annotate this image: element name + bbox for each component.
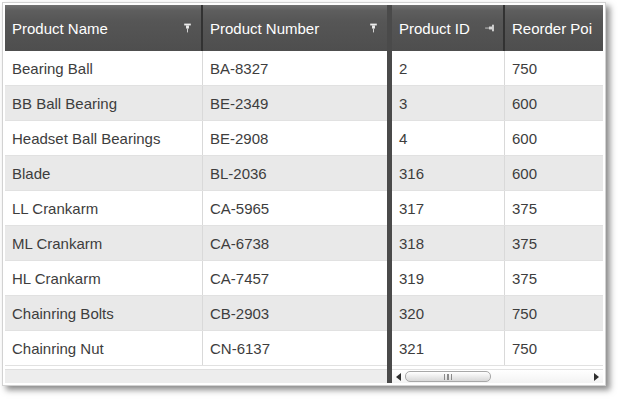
column-header-product-name[interactable]: Product Name xyxy=(5,5,203,51)
column-header-product-id[interactable]: Product ID xyxy=(392,5,505,51)
column-header-label: Product ID xyxy=(399,20,470,37)
thumb-grip-icon xyxy=(444,374,453,380)
product-data-grid: Product Name Product Number xyxy=(2,2,606,386)
cell-reorder[interactable]: 375 xyxy=(505,261,603,295)
scroll-left-arrow-icon xyxy=(396,373,401,381)
cell-number[interactable]: CB-2903 xyxy=(203,296,387,330)
cell-reorder[interactable]: 375 xyxy=(505,191,603,225)
table-row[interactable]: 320750 xyxy=(392,296,603,331)
column-header-label: Product Number xyxy=(210,20,319,37)
cell-name[interactable]: LL Crankarm xyxy=(5,191,203,225)
cell-number[interactable]: CN-6137 xyxy=(203,331,387,365)
cell-name[interactable]: BB Ball Bearing xyxy=(5,86,203,120)
cell-id[interactable]: 316 xyxy=(392,156,505,190)
cell-id[interactable]: 319 xyxy=(392,261,505,295)
horizontal-scrollbar[interactable] xyxy=(392,369,603,383)
table-row[interactable]: BB Ball BearingBE-2349 xyxy=(5,86,387,121)
cell-number[interactable]: CA-5965 xyxy=(203,191,387,225)
cell-id[interactable]: 3 xyxy=(392,86,505,120)
table-row[interactable]: 321750 xyxy=(392,331,603,366)
frozen-columns-pane: Product Name Product Number xyxy=(5,5,387,383)
scrollbar-thumb[interactable] xyxy=(405,371,491,382)
cell-id[interactable]: 2 xyxy=(392,51,505,85)
cell-reorder[interactable]: 375 xyxy=(505,226,603,260)
scrollable-columns-pane: Product ID Reorder Poi 27503600460031660… xyxy=(392,5,603,383)
cell-name[interactable]: ML Crankarm xyxy=(5,226,203,260)
column-header-reorder-point[interactable]: Reorder Poi xyxy=(505,5,603,51)
table-row[interactable]: Bearing BallBA-8327 xyxy=(5,51,387,86)
table-row[interactable]: Chainring BoltsCB-2903 xyxy=(5,296,387,331)
cell-name[interactable]: Blade xyxy=(5,156,203,190)
table-row[interactable]: 316600 xyxy=(392,156,603,191)
table-row[interactable]: HL CrankarmCA-7457 xyxy=(5,261,387,296)
pin-icon[interactable] xyxy=(484,23,495,34)
cell-number[interactable]: BL-2036 xyxy=(203,156,387,190)
header-row: Product Name Product Number xyxy=(5,5,387,51)
cell-reorder[interactable]: 600 xyxy=(505,156,603,190)
column-header-label: Reorder Poi xyxy=(512,20,592,37)
table-row[interactable]: LL CrankarmCA-5965 xyxy=(5,191,387,226)
table-row[interactable]: BladeBL-2036 xyxy=(5,156,387,191)
cell-id[interactable]: 320 xyxy=(392,296,505,330)
table-row[interactable]: 2750 xyxy=(392,51,603,86)
table-row[interactable]: 319375 xyxy=(392,261,603,296)
cell-name[interactable]: HL Crankarm xyxy=(5,261,203,295)
table-row[interactable]: 318375 xyxy=(392,226,603,261)
left-body: Bearing BallBA-8327BB Ball BearingBE-234… xyxy=(5,51,387,366)
right-body: 2750360046003166003173753183753193753207… xyxy=(392,51,603,366)
cell-name[interactable]: Headset Ball Bearings xyxy=(5,121,203,155)
cell-number[interactable]: BE-2908 xyxy=(203,121,387,155)
scroll-left-button[interactable] xyxy=(392,370,405,383)
table-row[interactable]: ML CrankarmCA-6738 xyxy=(5,226,387,261)
table-row[interactable]: Chainring NutCN-6137 xyxy=(5,331,387,366)
scroll-right-arrow-icon xyxy=(594,373,599,381)
cell-id[interactable]: 4 xyxy=(392,121,505,155)
scrollbar-track[interactable] xyxy=(405,370,590,383)
header-row: Product ID Reorder Poi xyxy=(392,5,603,51)
pin-icon[interactable] xyxy=(182,23,193,34)
column-header-label: Product Name xyxy=(12,20,108,37)
cell-reorder[interactable]: 750 xyxy=(505,331,603,365)
cell-reorder[interactable]: 600 xyxy=(505,121,603,155)
table-row[interactable]: Headset Ball BearingsBE-2908 xyxy=(5,121,387,156)
cell-reorder[interactable]: 750 xyxy=(505,296,603,330)
left-bottom-strip xyxy=(5,369,387,383)
column-header-product-number[interactable]: Product Number xyxy=(203,5,387,51)
pin-icon[interactable] xyxy=(368,23,379,34)
cell-id[interactable]: 318 xyxy=(392,226,505,260)
cell-reorder[interactable]: 750 xyxy=(505,51,603,85)
cell-number[interactable]: BE-2349 xyxy=(203,86,387,120)
cell-id[interactable]: 317 xyxy=(392,191,505,225)
cell-number[interactable]: CA-6738 xyxy=(203,226,387,260)
cell-name[interactable]: Chainring Bolts xyxy=(5,296,203,330)
table-row[interactable]: 4600 xyxy=(392,121,603,156)
table-row[interactable]: 3600 xyxy=(392,86,603,121)
cell-name[interactable]: Bearing Ball xyxy=(5,51,203,85)
cell-id[interactable]: 321 xyxy=(392,331,505,365)
table-row[interactable]: 317375 xyxy=(392,191,603,226)
cell-number[interactable]: CA-7457 xyxy=(203,261,387,295)
cell-name[interactable]: Chainring Nut xyxy=(5,331,203,365)
cell-reorder[interactable]: 600 xyxy=(505,86,603,120)
cell-number[interactable]: BA-8327 xyxy=(203,51,387,85)
scroll-right-button[interactable] xyxy=(590,370,603,383)
